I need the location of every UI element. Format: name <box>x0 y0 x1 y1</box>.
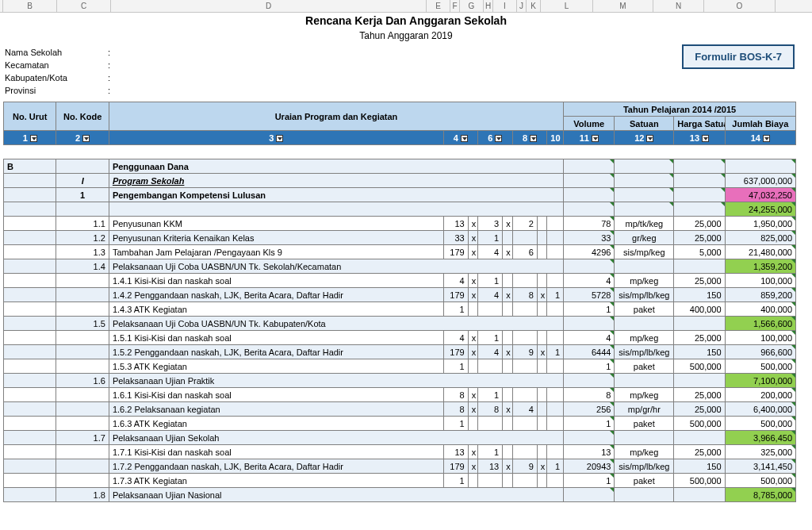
table-row: 1.7.1 Kisi-Kisi dan naskah soal 13x 1 13… <box>4 445 796 459</box>
colhdr-O[interactable]: O <box>704 0 776 12</box>
colhdr-B[interactable]: B <box>3 0 57 12</box>
filter-icon[interactable] <box>82 135 90 142</box>
table-row <box>4 145 796 159</box>
page-subtitle: Tahun Anggaran 2019 <box>0 29 812 46</box>
filter-icon[interactable] <box>30 135 37 142</box>
table-row: 1.3 Tambahan Jam Pelajaran /Pengayaan Kl… <box>4 245 796 259</box>
table-row: 1 Pengembangan Kompetensi Lulusan 47,032… <box>4 188 796 202</box>
formulir-box: Formulir BOS-K-7 <box>682 44 795 69</box>
colhdr-N[interactable]: N <box>653 0 704 12</box>
data-table: No. Urut No. Kode Uraian Program dan Keg… <box>3 102 796 502</box>
filter-icon[interactable] <box>646 135 653 142</box>
table-row: 1.8 Pelaksanaan Ujian Nasional 8,785,000 <box>4 488 796 502</box>
table-row: 1.6.3 ATK Kegiatan 1 1paket 500,000500,0… <box>4 417 796 431</box>
table-row: 1.6 Pelaksanaan Ujian Praktik 7,100,000 <box>4 374 796 388</box>
meta-nama: Nama Sekolah <box>5 48 108 57</box>
filter-icon[interactable] <box>461 135 468 142</box>
colhdr-D[interactable]: D <box>111 0 427 12</box>
table-row: 1.7.2 Penggandaan naskah, LJK, Berita Ac… <box>4 459 796 474</box>
table-row: 1.6.2 Pelaksanaan kegiatan 8x 8x 4 256mp… <box>4 402 796 417</box>
table-row: I Program Sekolah 637,000,000 <box>4 174 796 188</box>
filter-icon[interactable] <box>763 135 770 142</box>
table-row: 1.4 Pelaksanaan Uji Coba UASBN/UN Tk. Se… <box>4 259 796 274</box>
th-satuan[interactable]: Satuan <box>615 117 674 131</box>
filter-icon[interactable] <box>495 135 502 142</box>
header-row-1: No. Urut No. Kode Uraian Program dan Keg… <box>4 102 796 117</box>
table-row: 24,255,000 <box>4 202 796 217</box>
th-tahun[interactable]: Tahun Pelajaran 2014 /2015 <box>564 102 796 117</box>
colhdr-L[interactable]: L <box>541 0 593 12</box>
numbering-row: 1 2 3 4 6 8 10 11 12 13 14 <box>4 131 796 145</box>
page-title: Rencana Kerja Dan Anggaran Sekolah <box>0 13 812 29</box>
th-uraian[interactable]: Uraian Program dan Kegiatan <box>109 102 563 131</box>
table-row: 1.5.3 ATK Kegiatan 1 1paket 500,000500,0… <box>4 359 796 374</box>
colhdr-H[interactable]: H <box>484 0 493 12</box>
filter-icon[interactable] <box>592 135 599 142</box>
colhdr-G[interactable]: G <box>460 0 484 12</box>
filter-icon[interactable] <box>276 135 283 142</box>
th-no-kode[interactable]: No. Kode <box>56 102 109 131</box>
table-row: 1.7 Pelaksanaan Ujian Sekolah 3,966,450 <box>4 431 796 445</box>
th-jumlah[interactable]: Jumlah Biaya <box>725 117 795 131</box>
meta-provinsi: Provinsi <box>5 86 108 95</box>
table-row: 1.5 Pelaksanaan Uji Coba UASBN/UN Tk. Ka… <box>4 317 796 331</box>
colhdr-J[interactable]: J <box>517 0 527 12</box>
th-no-urut[interactable]: No. Urut <box>4 102 56 131</box>
colhdr-C[interactable]: C <box>57 0 111 12</box>
colhdr-M[interactable]: M <box>593 0 653 12</box>
table-row: 1.5.2 Penggandaan naskah, LJK, Berita Ac… <box>4 345 796 359</box>
column-header-row: B C D E F G H I J K L M N O <box>0 0 812 13</box>
table-row: 1.4.3 ATK Kegiatan 1 1paket 400,000400,0… <box>4 302 796 317</box>
colhdr-I[interactable]: I <box>493 0 517 12</box>
colhdr-K[interactable]: K <box>527 0 541 12</box>
table-row: 1.2 Penyusunan Kriteria Kenaikan Kelas 3… <box>4 231 796 245</box>
table-row: 1.7.3 ATK Kegiatan 1 1paket 500,000500,0… <box>4 474 796 488</box>
table-row: 1.5.1 Kisi-Kisi dan naskah soal 4x 1 4mp… <box>4 331 796 345</box>
table-row: B Penggunaan Dana <box>4 159 796 174</box>
filter-icon[interactable] <box>702 135 709 142</box>
meta-kabupaten: Kabupaten/Kota <box>5 73 108 83</box>
table-row: 1.4.2 Penggandaan naskah, LJK, Berita Ac… <box>4 288 796 302</box>
colhdr-E[interactable]: E <box>427 0 450 12</box>
filter-icon[interactable] <box>530 135 537 142</box>
table-row: 1.1 Penyusunan KKM 13x 3x 2 78 mp/tk/keg… <box>4 217 796 231</box>
th-volume[interactable]: Volume <box>564 117 615 131</box>
table-row: 1.6.1 Kisi-Kisi dan naskah soal 8x 1 8mp… <box>4 388 796 402</box>
meta-kecamatan: Kecamatan <box>5 60 108 70</box>
colhdr-F[interactable]: F <box>450 0 460 12</box>
th-harga[interactable]: Harga Satuan <box>674 117 725 131</box>
table-row: 1.4.1 Kisi-Kisi dan naskah soal 4x 1 4mp… <box>4 274 796 288</box>
